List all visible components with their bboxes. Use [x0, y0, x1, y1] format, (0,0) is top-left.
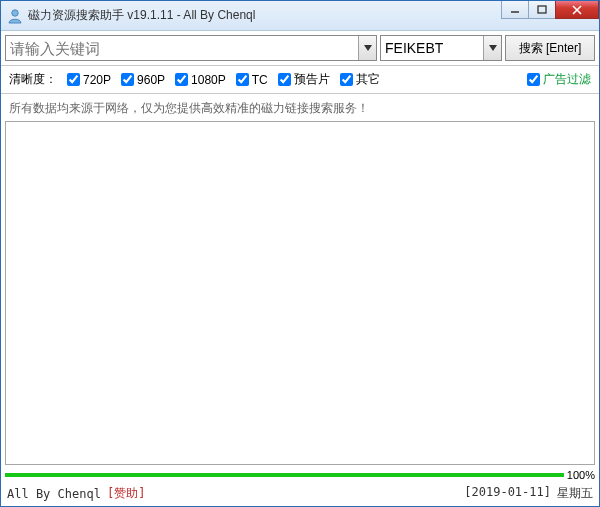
app-window: 磁力资源搜索助手 v19.1.11 - All By Chenql FEIKEB… [0, 0, 600, 507]
status-message: 所有数据均来源于网络，仅为您提供高效精准的磁力链接搜索服务！ [1, 94, 599, 121]
checkbox-1080p[interactable] [175, 73, 188, 86]
status-bar: All By Chenql [赞助] [2019-01-11] 星期五 [1, 481, 599, 506]
checkbox-ad-filter[interactable] [527, 73, 540, 86]
app-icon [7, 8, 23, 24]
titlebar: 磁力资源搜索助手 v19.1.11 - All By Chenql [1, 1, 599, 31]
filter-960p[interactable]: 960P [121, 73, 165, 87]
minimize-button[interactable] [501, 1, 529, 19]
date-label: [2019-01-11] [464, 485, 551, 502]
checkbox-other[interactable] [340, 73, 353, 86]
checkbox-720p[interactable] [67, 73, 80, 86]
source-dropdown-button[interactable] [483, 36, 501, 60]
filter-trailer[interactable]: 预告片 [278, 71, 330, 88]
checkbox-960p[interactable] [121, 73, 134, 86]
filter-row: 清晰度： 720P 960P 1080P TC 预告片 其它 广告过滤 [1, 66, 599, 94]
search-toolbar: FEIKEBT 搜索 [Enter] [1, 31, 599, 66]
ad-filter[interactable]: 广告过滤 [527, 71, 591, 88]
weekday-label: 星期五 [557, 485, 593, 502]
search-button[interactable]: 搜索 [Enter] [505, 35, 595, 61]
filter-720p[interactable]: 720P [67, 73, 111, 87]
window-title: 磁力资源搜索助手 v19.1.11 - All By Chenql [28, 7, 502, 24]
results-pane[interactable] [5, 121, 595, 465]
progress-bar [5, 473, 564, 477]
keyword-combo[interactable] [5, 35, 377, 61]
keyword-input[interactable] [6, 36, 358, 60]
checkbox-tc[interactable] [236, 73, 249, 86]
chevron-down-icon [364, 45, 372, 51]
maximize-button[interactable] [528, 1, 556, 19]
svg-point-0 [12, 9, 18, 15]
filter-label: 清晰度： [9, 71, 57, 88]
progress-percent: 100% [564, 469, 595, 481]
chevron-down-icon [489, 45, 497, 51]
svg-rect-2 [538, 6, 546, 13]
checkbox-trailer[interactable] [278, 73, 291, 86]
keyword-dropdown-button[interactable] [358, 36, 376, 60]
author-label: All By Chenql [7, 487, 101, 501]
source-combo[interactable]: FEIKEBT [380, 35, 502, 61]
filter-tc[interactable]: TC [236, 73, 268, 87]
window-buttons [502, 1, 599, 30]
close-button[interactable] [555, 1, 599, 19]
source-selected-value: FEIKEBT [381, 36, 483, 60]
svg-marker-5 [364, 45, 372, 51]
filter-1080p[interactable]: 1080P [175, 73, 226, 87]
filter-other[interactable]: 其它 [340, 71, 380, 88]
progress-row: 100% [1, 469, 599, 481]
svg-marker-6 [489, 45, 497, 51]
sponsor-link[interactable]: [赞助] [107, 485, 145, 502]
